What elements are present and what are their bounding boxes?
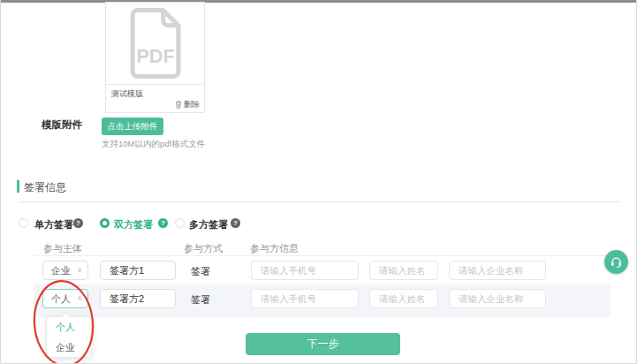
person-name-input-row2[interactable] — [369, 289, 438, 308]
phone-input-row2[interactable] — [251, 289, 359, 308]
radio-single-sign[interactable] — [19, 218, 28, 228]
method-text-row1: 签署 — [191, 265, 210, 278]
subject-select-row2[interactable]: 个人 ∧ — [42, 289, 88, 308]
dropdown-option-person[interactable]: 个人 — [47, 317, 91, 337]
company-name-input-row2[interactable] — [449, 289, 546, 308]
radio-single-sign-label[interactable]: 单方签署 — [34, 218, 73, 231]
dropdown-option-company[interactable]: 企业 — [47, 337, 91, 358]
help-icon[interactable]: ? — [158, 218, 168, 228]
pdf-label: PDF — [136, 45, 174, 67]
table-header-divider — [34, 255, 610, 256]
col-header-info: 参与方信息 — [250, 242, 299, 255]
person-name-input-row1[interactable] — [369, 261, 438, 280]
upload-attachment-button[interactable]: 点击上传附件 — [102, 118, 163, 135]
headset-icon — [610, 255, 623, 269]
top-border-bar — [1, 0, 636, 3]
delete-label: 删除 — [184, 99, 200, 110]
section-divider — [19, 201, 620, 202]
signer-name-input-row1[interactable] — [100, 261, 176, 280]
chevron-down-icon: ∨ — [77, 262, 82, 279]
subject-select-row2-value: 个人 — [51, 293, 71, 304]
section-accent-bar — [17, 180, 19, 193]
customer-service-fab[interactable] — [604, 250, 628, 274]
col-header-subject: 参与主体 — [43, 242, 82, 255]
help-icon[interactable]: ? — [73, 218, 83, 228]
chevron-up-icon: ∧ — [77, 290, 82, 307]
file-meta: 测试模版 删除 — [106, 84, 204, 113]
subject-dropdown-menu: 个人 企业 — [46, 316, 92, 358]
radio-multi-sign-label[interactable]: 多方签署 — [189, 218, 228, 231]
method-text-row2: 签署 — [191, 293, 210, 307]
delete-file-button[interactable]: 删除 — [175, 99, 200, 110]
subject-select-row1[interactable]: 企业 ∨ — [42, 261, 88, 280]
radio-multi-sign[interactable] — [175, 218, 185, 228]
file-name: 测试模版 — [111, 88, 143, 100]
template-file-card: PDF 测试模版 删除 — [105, 2, 205, 113]
subject-select-row1-value: 企业 — [51, 265, 71, 276]
next-step-button[interactable]: 下一步 — [246, 333, 400, 355]
upload-hint: 支持10M以内的pdf格式文件 — [102, 139, 205, 150]
radio-dual-sign-label[interactable]: 双方签署 — [114, 218, 153, 231]
company-name-input-row1[interactable] — [449, 261, 546, 280]
radio-dual-sign[interactable] — [100, 218, 110, 228]
pdf-file-icon: PDF — [106, 3, 204, 84]
attachment-field-label: 模版附件 — [42, 118, 82, 132]
phone-input-row1[interactable] — [251, 261, 359, 280]
section-title: 签署信息 — [24, 180, 66, 195]
help-icon[interactable]: ? — [231, 218, 240, 228]
contract-template-form: PDF 测试模版 删除 模版附件 点击上传附件 支持10M以内的pdf格式文件 … — [0, 0, 637, 364]
col-header-method: 参与方式 — [184, 242, 223, 255]
trash-icon — [175, 101, 182, 109]
signer-name-input-row2[interactable] — [100, 289, 176, 308]
